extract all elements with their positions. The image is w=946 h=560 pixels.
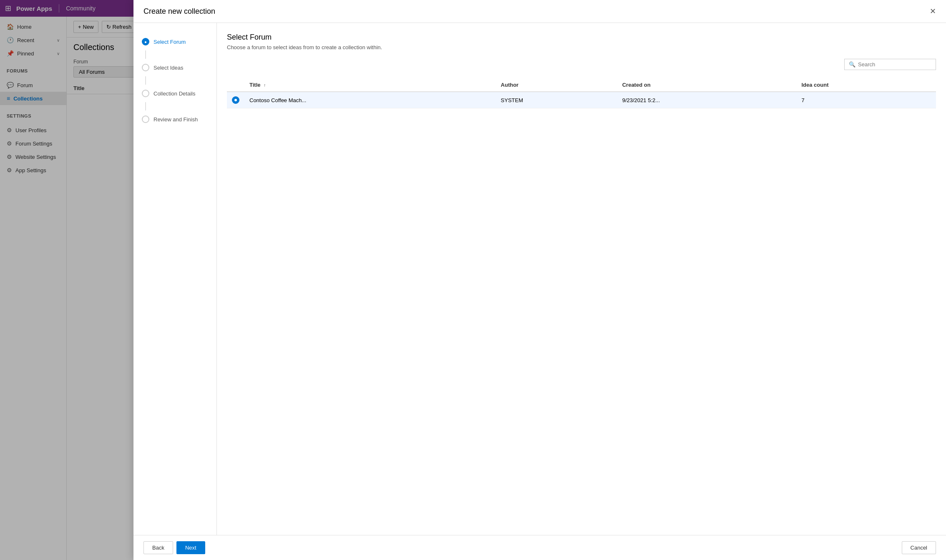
cancel-button[interactable]: Cancel — [902, 541, 936, 554]
idea_count-cell: 7 — [796, 92, 936, 108]
wizard-steps: ● Select Forum Select Ideas Collection D… — [133, 23, 217, 535]
modal: Create new collection ✕ ● Select Forum — [0, 0, 946, 560]
wizard-step-collection-details[interactable]: Collection Details — [133, 85, 216, 102]
step-circle-2 — [142, 64, 149, 71]
back-button[interactable]: Back — [143, 541, 173, 554]
content-desc: Choose a forum to select ideas from to c… — [227, 44, 936, 50]
step-circle-3 — [142, 90, 149, 97]
modal-box: Create new collection ✕ ● Select Forum — [133, 0, 946, 560]
footer-left-buttons: Back Next — [143, 541, 205, 554]
step-label: Select Ideas — [153, 65, 184, 71]
author-cell: SYSTEM — [496, 92, 617, 108]
created-on-column-header: Created on — [617, 78, 797, 92]
row-radio-selected — [232, 96, 239, 104]
step-circle-1: ● — [142, 38, 149, 45]
table-header-row: Title ↑ Author Created on Idea count — [227, 78, 936, 92]
search-box: 🔍 — [844, 59, 936, 70]
modal-title: Create new collection — [143, 7, 215, 16]
table-row[interactable]: Contoso Coffee Mach...SYSTEM9/23/2021 5:… — [227, 92, 936, 108]
wizard-step-select-forum[interactable]: ● Select Forum — [133, 33, 216, 50]
step-connector-2 — [145, 76, 146, 85]
search-container: 🔍 — [227, 59, 936, 75]
select-column-header — [227, 78, 244, 92]
step-connector-3 — [145, 102, 146, 110]
wizard-step-select-ideas[interactable]: Select Ideas — [133, 59, 216, 76]
search-icon: 🔍 — [849, 61, 855, 68]
search-input[interactable] — [858, 61, 931, 68]
step-label: Review and Finish — [153, 116, 198, 123]
title-column-header: Title ↑ — [244, 78, 496, 92]
next-button[interactable]: Next — [176, 541, 205, 554]
step-dot: ● — [144, 40, 147, 44]
wizard-step-review-finish[interactable]: Review and Finish — [133, 110, 216, 128]
step-circle-4 — [142, 116, 149, 123]
content-area: Select Forum Choose a forum to select id… — [217, 23, 946, 535]
step-label: Select Forum — [153, 39, 186, 45]
idea-count-column-header: Idea count — [796, 78, 936, 92]
modal-close-button[interactable]: ✕ — [930, 7, 936, 16]
sort-asc-icon: ↑ — [264, 83, 266, 88]
step-connector-1 — [145, 50, 146, 59]
modal-footer: Back Next Cancel — [133, 535, 946, 560]
title-cell: Contoso Coffee Mach... — [244, 92, 496, 108]
author-column-header: Author — [496, 78, 617, 92]
step-label: Collection Details — [153, 90, 195, 97]
modal-body: ● Select Forum Select Ideas Collection D… — [133, 23, 946, 535]
created_on-cell: 9/23/2021 5:2... — [617, 92, 797, 108]
forum-table: Title ↑ Author Created on Idea count Con… — [227, 78, 936, 108]
modal-header: Create new collection ✕ — [133, 0, 946, 23]
content-title: Select Forum — [227, 33, 936, 42]
